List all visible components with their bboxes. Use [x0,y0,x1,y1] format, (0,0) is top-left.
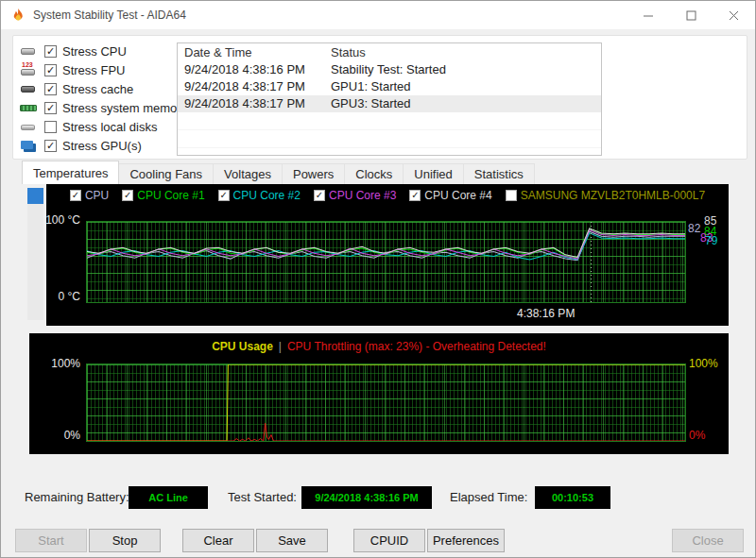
checkbox[interactable] [44,140,57,152]
legend-item-core3[interactable]: CPU Core #3 [314,189,396,202]
stress-item-cpu[interactable]: Stress CPU [20,42,179,60]
window-title: System Stability Test - AIDA64 [33,8,186,22]
checkbox[interactable] [44,121,57,133]
titlebar: System Stability Test - AIDA64 [1,1,755,29]
legend-label: CPU Core #3 [329,189,396,202]
table-header: Date & Time Status [178,43,601,61]
table-row[interactable]: 9/24/2018 4:38:16 PM Stability Test: Sta… [178,61,601,78]
scrollbar-thumb[interactable] [27,188,43,204]
stress-label: Stress CPU [62,44,127,59]
tab-unified[interactable]: Unified [403,163,463,184]
flame-icon [10,8,26,24]
maximize-icon [686,10,696,21]
legend-label: CPU [85,189,109,202]
tab-powers[interactable]: Powers [282,163,345,184]
throttling-warning: CPU Throttling (max: 23%) - Overheating … [287,340,546,353]
minimize-button[interactable] [627,1,670,29]
legend-label: CPU Core #4 [424,189,491,202]
usage-max-label: 100% [43,357,80,370]
checkbox[interactable] [314,190,325,201]
maximize-button[interactable] [670,1,713,29]
table-row-empty [178,112,601,130]
table-row-empty [178,148,601,156]
legend-item-core4[interactable]: CPU Core #4 [409,189,491,202]
title-separator: | [279,340,282,353]
throttle-min-label: 0% [689,429,705,442]
stress-label: Stress GPU(s) [62,139,142,153]
minimize-icon [644,10,654,21]
stress-item-disks[interactable]: Stress local disks [20,117,179,136]
checkbox[interactable] [70,190,81,201]
fpu-icon [20,62,39,77]
legend-item-samsung-ssd[interactable]: SAMSUNG MZVLB2T0HMLB-000L7 [506,189,705,202]
gpu-icon [20,138,39,153]
close-icon [729,10,739,21]
stress-label: Stress FPU [62,63,125,77]
tab-clocks[interactable]: Clocks [344,163,404,184]
tab-statistics[interactable]: Statistics [463,163,535,184]
stress-item-gpu[interactable]: Stress GPU(s) [20,136,179,155]
stress-label: Stress local disks [62,120,157,134]
test-started-label: Test Started: [228,490,297,504]
table-row[interactable]: 9/24/2018 4:38:17 PM GPU1: Started [178,78,601,95]
chart-tabs: Temperatures Cooling Fans Voltages Power… [22,161,535,184]
checkbox[interactable] [506,190,517,201]
temperature-chart-scrollbar[interactable] [27,188,43,320]
legend-item-core1[interactable]: CPU Core #1 [122,189,204,202]
cell-status: GPU3: Started [324,95,601,112]
cpu-usage-series [87,364,685,441]
stress-item-memory[interactable]: Stress system memory [20,98,179,117]
save-button[interactable]: Save [256,529,328,552]
temperature-series [87,222,685,302]
legend-item-core2[interactable]: CPU Core #2 [218,189,301,202]
legend-label: CPU Core #2 [233,189,301,202]
window-controls [627,1,755,29]
cpu-usage-title: CPU Usage [212,340,273,353]
temperature-plot [86,221,686,303]
cell-datetime: 9/24/2018 4:38:17 PM [178,95,324,112]
remaining-battery-label: Remaining Battery: [25,490,129,504]
stress-item-fpu[interactable]: Stress FPU [20,60,179,79]
tab-cooling-fans[interactable]: Cooling Fans [118,163,214,184]
checkbox[interactable] [409,190,421,201]
preferences-button[interactable]: Preferences [427,529,505,552]
y-axis-max-label: 100 °C [43,213,80,227]
column-header-status[interactable]: Status [324,43,601,61]
stability-test-window: System Stability Test - AIDA64 Stress CP… [0,0,756,558]
cache-icon [20,81,39,96]
end-value-core2: 79 [705,234,717,247]
remaining-battery-value: AC Line [129,486,208,509]
checkbox[interactable] [44,102,57,114]
cpu-usage-plot [86,364,686,442]
tab-temperatures[interactable]: Temperatures [22,161,119,184]
cpu-usage-chart-title: CPU Usage|CPU Throttling (max: 23%) - Ov… [29,340,729,353]
checkbox[interactable] [44,83,57,95]
tab-voltages[interactable]: Voltages [213,163,283,184]
elapsed-time-label: Elapsed Time: [450,490,527,504]
y-axis-min-label: 0 °C [43,290,80,303]
elapsed-time-value: 00:10:53 [535,486,610,509]
checkbox[interactable] [218,190,230,201]
stress-item-cache[interactable]: Stress cache [20,79,179,98]
end-value-cpu: 82 [688,222,700,235]
start-button[interactable]: Start [15,529,87,552]
cell-datetime: 9/24/2018 4:38:17 PM [178,78,324,95]
memory-icon [20,100,39,115]
checkbox[interactable] [44,45,57,58]
close-dialog-button[interactable]: Close [672,529,744,552]
column-header-datetime[interactable]: Date & Time [178,43,324,61]
cell-datetime: 9/24/2018 4:38:16 PM [178,61,324,78]
clear-button[interactable]: Clear [182,529,254,552]
event-log-table: Date & Time Status 9/24/2018 4:38:16 PM … [177,42,602,156]
close-button[interactable] [713,1,755,29]
stop-button[interactable]: Stop [89,529,161,552]
usage-min-label: 0% [43,429,80,442]
table-row[interactable]: 9/24/2018 4:38:17 PM GPU3: Started [178,95,601,112]
legend-item-cpu[interactable]: CPU [70,189,109,202]
checkbox[interactable] [122,190,133,201]
cpuid-button[interactable]: CPUID [353,529,425,552]
throttle-max-label: 100% [689,357,718,370]
legend-label: CPU Core #1 [137,189,204,202]
stress-options-list: Stress CPU Stress FPU Stress cache Stres… [20,42,179,155]
checkbox[interactable] [44,64,57,76]
